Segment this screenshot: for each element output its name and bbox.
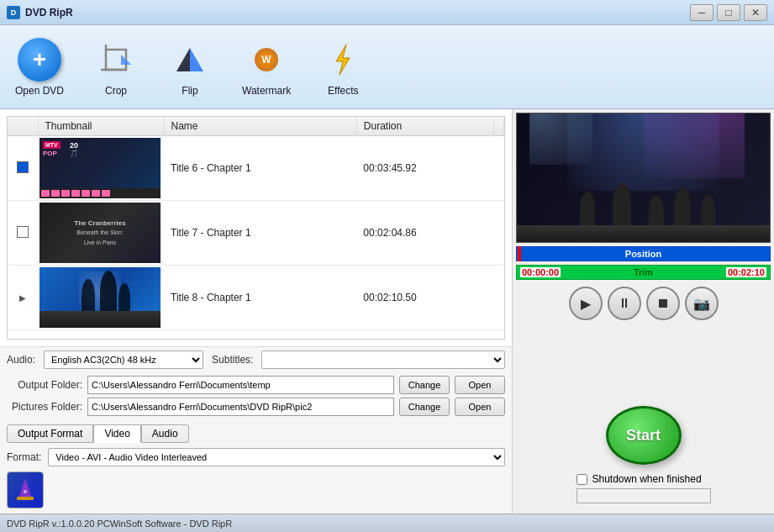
chapter-table[interactable]: Thumbnail Name Duration MTV — [7, 116, 505, 340]
output-folder-change-button[interactable]: Change — [399, 376, 450, 394]
wizard-row — [7, 471, 505, 508]
close-button[interactable]: ✕ — [744, 4, 767, 21]
format-select[interactable]: Video - AVI - Audio Video Interleaved — [48, 448, 505, 466]
open-dvd-button[interactable]: + Open DVD — [8, 34, 71, 100]
format-label: Format: — [7, 451, 41, 463]
format-row: Format: Video - AVI - Audio Video Interl… — [7, 448, 505, 466]
tab-output-format[interactable]: Output Format — [7, 424, 93, 443]
crop-icon — [94, 38, 138, 82]
position-bar-wrapper: Position — [516, 246, 771, 261]
position-bar[interactable]: Position — [516, 246, 771, 261]
svg-marker-10 — [18, 478, 32, 498]
pause-button[interactable]: ⏸ — [608, 287, 641, 320]
start-button[interactable]: Start — [606, 406, 682, 465]
pictures-folder-input[interactable] — [87, 398, 394, 416]
flip-label: Flip — [182, 85, 197, 97]
performer-5 — [702, 194, 715, 229]
stage-floor-preview — [517, 225, 770, 242]
shutdown-input[interactable] — [577, 488, 711, 503]
shutdown-label: Shutdown when finished — [592, 473, 702, 485]
playback-controls: ▶ ⏸ ⏹ 📷 — [516, 283, 771, 324]
pictures-folder-open-button[interactable]: Open — [455, 398, 505, 416]
col-duration: Duration — [356, 117, 493, 136]
checkbox-1[interactable] — [17, 161, 29, 173]
thumbnail-cell-1: MTV 20 POP 🎵 — [38, 136, 164, 201]
maximize-button[interactable]: □ — [717, 4, 740, 21]
filmstrip — [39, 188, 161, 198]
chapter-duration-2: 00:02:04.86 — [356, 201, 493, 266]
output-folder-input[interactable] — [87, 376, 394, 394]
flip-button[interactable]: Flip — [161, 34, 219, 100]
pictures-folder-change-button[interactable]: Change — [399, 398, 450, 416]
app-title: DVD RipR — [25, 7, 73, 18]
trim-label: Trim — [561, 267, 726, 277]
position-indicator — [518, 246, 521, 261]
format-tabs: Output Format Video Audio — [7, 424, 505, 443]
shutdown-section: Shutdown when finished — [577, 473, 711, 503]
screenshot-button[interactable]: 📷 — [685, 287, 719, 320]
tab-audio[interactable]: Audio — [141, 424, 189, 443]
output-folder-row: Output Folder: Change Open — [7, 376, 505, 394]
tab-video[interactable]: Video — [93, 424, 140, 443]
svg-marker-9 — [336, 45, 350, 75]
play-button[interactable]: ▶ — [569, 287, 603, 320]
col-scroll — [494, 117, 504, 136]
output-rows: Output Folder: Change Open Pictures Fold… — [0, 372, 512, 419]
crop-button[interactable]: Crop — [87, 34, 145, 100]
watermark-button[interactable]: W Watermark — [235, 34, 297, 100]
pictures-folder-row: Pictures Folder: Change Open — [7, 398, 505, 416]
subtitles-select[interactable] — [261, 350, 505, 369]
svg-point-12 — [24, 490, 27, 493]
crop-label: Crop — [105, 85, 127, 97]
checkbox-2[interactable] — [17, 226, 29, 238]
chapter-name-2: Title 7 - Chapter 1 — [164, 201, 356, 266]
shutdown-checkbox[interactable] — [577, 474, 587, 485]
minimize-button[interactable]: ─ — [690, 4, 713, 21]
svg-rect-11 — [17, 497, 34, 500]
chapter-panel: Thumbnail Name Duration MTV — [0, 109, 513, 514]
stage-light-3 — [529, 113, 592, 165]
start-label: Start — [626, 427, 661, 445]
stop-icon: ⏹ — [656, 296, 670, 311]
row-expand[interactable]: ▶ — [8, 266, 38, 330]
main-content: Thumbnail Name Duration MTV — [0, 109, 774, 514]
svg-marker-4 — [176, 48, 190, 71]
col-checkbox — [8, 117, 38, 136]
chapter-duration-1: 00:03:45.92 — [356, 136, 493, 201]
performer-4 — [674, 187, 691, 229]
play-icon: ▶ — [581, 296, 591, 312]
stage-light-2 — [644, 113, 745, 178]
title-bar: D DVD RipR ─ □ ✕ — [0, 0, 774, 25]
table-row[interactable]: MTV 20 POP 🎵 — [8, 136, 504, 201]
trim-bar[interactable]: 00:00:00 Trim 00:02:10 — [516, 265, 771, 280]
effects-icon — [321, 38, 365, 82]
expand-icon[interactable]: ▶ — [14, 289, 31, 306]
thumbnail-1: MTV 20 POP 🎵 — [39, 138, 161, 198]
pictures-folder-label: Pictures Folder: — [7, 401, 82, 413]
pause-icon: ⏸ — [618, 296, 631, 311]
open-dvd-icon: + — [18, 38, 61, 82]
row-checkbox[interactable] — [8, 136, 38, 201]
output-folder-label: Output Folder: — [7, 379, 82, 391]
position-label: Position — [625, 249, 661, 259]
audio-controls-row: Audio: English AC3(2Ch) 48 kHz Subtitles… — [0, 346, 512, 372]
table-row[interactable]: ▶ — [8, 266, 504, 330]
chapter-name-3: Title 8 - Chapter 1 — [164, 266, 356, 330]
output-folder-open-button[interactable]: Open — [455, 376, 505, 394]
status-text: DVD RipR v.:1.0.0.20 PCWinSoft Software … — [7, 519, 232, 529]
app-icon: D — [7, 6, 20, 19]
title-bar-controls: ─ □ ✕ — [690, 4, 767, 21]
effects-label: Effects — [328, 85, 358, 97]
col-thumbnail: Thumbnail — [38, 117, 164, 136]
performer-1 — [580, 192, 595, 229]
open-dvd-label: Open DVD — [15, 85, 64, 97]
row-checkbox[interactable] — [8, 201, 38, 266]
effects-button[interactable]: Effects — [314, 34, 371, 100]
performer-2 — [613, 183, 631, 229]
video-preview — [516, 113, 771, 243]
table-row[interactable]: The CranberriesBeneath the Skin:Live in … — [8, 201, 504, 266]
audio-select[interactable]: English AC3(2Ch) 48 kHz — [44, 350, 203, 369]
stop-button[interactable]: ⏹ — [646, 287, 680, 320]
wizard-icon — [7, 471, 44, 508]
trim-end-time: 00:02:10 — [726, 267, 766, 277]
